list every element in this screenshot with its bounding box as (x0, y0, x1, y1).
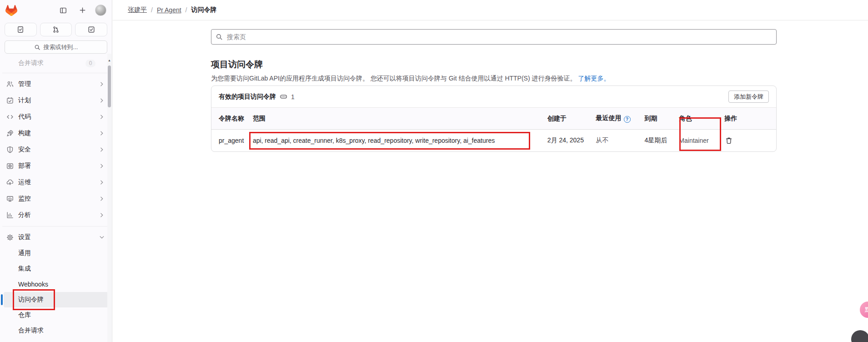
sidebar-item-repository[interactable]: 仓库 (4, 307, 108, 323)
nav-label: 部署 (18, 162, 99, 170)
sidebar-item-cicd[interactable]: CI/CD (4, 338, 108, 342)
pinned-item-badge: 0 (85, 60, 95, 67)
scrollbar-thumb[interactable] (108, 65, 111, 107)
token-expires-cell: 4星期后 (637, 136, 672, 145)
sidebar-item-pinned-merge-requests[interactable]: 合并请求 0 (4, 56, 108, 70)
sidebar-item-operate[interactable]: 运维 (4, 174, 108, 191)
search-icon (34, 44, 40, 50)
chevron-right-icon (99, 163, 105, 169)
nav-label: 构建 (18, 129, 99, 137)
collapse-sidebar-icon[interactable] (57, 4, 70, 17)
col-header-action: 操作 (717, 115, 776, 123)
token-count: 1 (291, 93, 295, 101)
nav-label: 运维 (18, 178, 99, 186)
sidebar-nav: 合并请求 0 管理 计划 代码 构建 (0, 56, 112, 342)
sidebar-scrollbar[interactable]: ▲ (107, 54, 111, 342)
merge-requests-shortcut-button[interactable] (40, 23, 72, 36)
user-avatar[interactable] (95, 5, 106, 16)
nav-label: 仓库 (18, 311, 105, 319)
sidebar-item-build[interactable]: 构建 (4, 125, 108, 141)
sidebar-shortcuts (0, 20, 112, 36)
sidebar-item-settings[interactable]: 设置 (4, 229, 108, 246)
chevron-right-icon (99, 212, 105, 218)
issues-shortcut-button[interactable] (5, 23, 37, 36)
col-header-last-used: 最近使用? (589, 114, 637, 123)
nav-label: 计划 (18, 96, 99, 105)
learn-more-link[interactable]: 了解更多。 (578, 75, 610, 82)
tokens-card-title: 有效的项目访问令牌 (219, 93, 276, 101)
page-description: 为您需要访问GitLab API的应用程序生成项目访问令牌。 您还可以将项目访问… (211, 75, 610, 83)
col-header-created: 创建于 (540, 115, 589, 123)
sidebar-item-webhooks[interactable]: Webhooks (4, 277, 108, 292)
todo-check-icon (88, 26, 95, 33)
chart-icon (6, 211, 14, 219)
sidebar-item-integrations[interactable]: 集成 (4, 261, 108, 277)
page-title: 项目访问令牌 (211, 59, 263, 70)
sidebar-item-code[interactable]: 代码 (4, 109, 108, 125)
nav-label: 安全 (18, 146, 99, 154)
sidebar-item-merge-requests[interactable]: 合并请求 (4, 323, 108, 338)
plus-icon[interactable] (76, 4, 89, 17)
chevron-right-icon (99, 114, 105, 120)
col-header-last-used-label: 最近使用 (596, 114, 622, 121)
col-header-name: 令牌名称 (211, 115, 246, 123)
chevron-right-icon (99, 98, 105, 103)
nav-label: 监控 (18, 195, 99, 203)
divider (2, 73, 110, 73)
trash-icon (725, 137, 733, 144)
nav-label: 集成 (18, 265, 105, 273)
nav-label: 管理 (18, 80, 99, 88)
chevron-right-icon (99, 147, 105, 152)
page-description-text: 为您需要访问GitLab API的应用程序生成项目访问令牌。 您还可以将项目访问… (211, 75, 576, 82)
token-created-cell: 2月 24, 2025 (540, 136, 589, 145)
breadcrumb-project[interactable]: Pr Agent (157, 6, 181, 14)
calendar-icon (6, 97, 14, 104)
breadcrumb-user[interactable]: 张建平 (128, 6, 147, 14)
cloud-gear-icon (6, 179, 14, 186)
token-scopes-cell: api, read_api, create_runner, k8s_proxy,… (246, 137, 540, 144)
sidebar-item-deploy[interactable]: 部署 (4, 158, 108, 174)
help-icon[interactable]: ? (624, 116, 631, 123)
sidebar-item-monitor[interactable]: 监控 (4, 191, 108, 207)
nav-label: 访问令牌 (18, 296, 105, 304)
sidebar-item-access-tokens[interactable]: 访问令牌 (4, 292, 108, 307)
token-name-cell: pr_agent (211, 137, 246, 144)
tokens-card: 有效的项目访问令牌 1 添加新令牌 令牌名称 范围 创建于 最近使用? 到期 角… (211, 86, 777, 152)
sidebar-topbar (0, 0, 112, 20)
page-content: 项目访问令牌 为您需要访问GitLab API的应用程序生成项目访问令牌。 您还… (113, 20, 868, 342)
breadcrumb-current: 访问令牌 (191, 6, 216, 14)
sidebar-item-security[interactable]: 安全 (4, 141, 108, 158)
chevron-right-icon (99, 81, 105, 87)
token-last-used-cell: 从不 (589, 136, 637, 145)
pinned-item-label: 合并请求 (18, 59, 85, 67)
delete-token-button[interactable] (724, 136, 733, 145)
add-token-button[interactable]: 添加新令牌 (728, 91, 769, 103)
shield-icon (6, 146, 14, 153)
token-icon (280, 93, 287, 101)
nav-label: 合并请求 (18, 327, 105, 335)
page-search-input[interactable] (211, 29, 777, 45)
breadcrumb-separator: / (186, 6, 187, 14)
sidebar-search-button[interactable]: 搜索或转到... (5, 40, 107, 54)
sidebar-item-manage[interactable]: 管理 (4, 76, 108, 92)
page-search (211, 29, 777, 45)
gitlab-logo-icon[interactable] (5, 5, 17, 16)
todo-shortcut-button[interactable] (75, 23, 107, 36)
sidebar-item-plan[interactable]: 计划 (4, 92, 108, 109)
sidebar: 搜索或转到... 合并请求 0 管理 计划 代码 (0, 0, 112, 342)
merge-request-icon (52, 26, 60, 33)
col-header-scopes: 范围 (246, 115, 540, 123)
sidebar-search-label: 搜索或转到... (44, 43, 78, 51)
tokens-card-header: 有效的项目访问令牌 1 添加新令牌 (211, 86, 776, 108)
code-icon (6, 113, 14, 121)
divider (2, 226, 110, 226)
scrollbar-up-arrow[interactable]: ▲ (107, 58, 111, 62)
users-icon (6, 80, 14, 88)
gear-icon (6, 234, 14, 241)
nav-label: 设置 (18, 233, 99, 241)
sidebar-item-analyze[interactable]: 分析 (4, 207, 108, 223)
sidebar-item-general[interactable]: 通用 (4, 246, 108, 261)
gitlab-app: 搜索或转到... 合并请求 0 管理 计划 代码 (0, 0, 868, 342)
breadcrumb: 张建平 / Pr Agent / 访问令牌 (113, 0, 868, 20)
chevron-right-icon (99, 196, 105, 201)
